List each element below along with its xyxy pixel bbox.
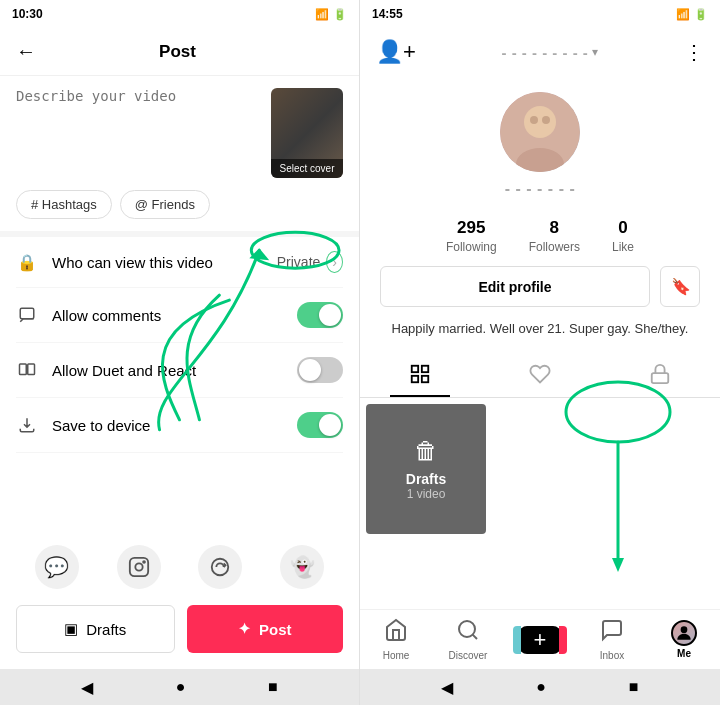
- svg-rect-3: [129, 558, 147, 576]
- share-instagram-icon[interactable]: [117, 545, 161, 589]
- recents-sys-right-icon[interactable]: ■: [629, 678, 639, 696]
- svg-rect-2: [28, 364, 35, 375]
- friends-button[interactable]: @ Friends: [120, 190, 210, 219]
- svg-point-19: [459, 621, 475, 637]
- drafts-button[interactable]: ▣ Drafts: [16, 605, 175, 653]
- content-tabs: [360, 351, 720, 398]
- svg-rect-14: [412, 365, 418, 371]
- nav-me[interactable]: Me: [648, 620, 720, 659]
- home-sys-icon[interactable]: ●: [176, 678, 186, 696]
- stat-followers: 8 Followers: [529, 218, 580, 254]
- svg-point-13: [542, 116, 550, 124]
- svg-rect-16: [412, 375, 418, 381]
- home-icon: [384, 618, 408, 648]
- select-cover-button[interactable]: Select cover: [271, 159, 343, 178]
- profile-name-bar: - - - - - - - - - ▾: [502, 44, 599, 61]
- comment-icon: [16, 304, 38, 326]
- content-grid: 🗑 Drafts 1 video: [360, 398, 720, 610]
- svg-point-5: [143, 561, 145, 563]
- time-right: 14:55: [372, 7, 403, 21]
- more-options-button[interactable]: ⋮: [684, 40, 704, 64]
- tab-liked[interactable]: [480, 351, 600, 397]
- settings-item-save: Save to device: [16, 398, 343, 453]
- stat-likes: 0 Like: [612, 218, 634, 254]
- save-icon: [16, 414, 38, 436]
- home-sys-right-icon[interactable]: ●: [536, 678, 546, 696]
- drafts-icon: ▣: [64, 620, 78, 638]
- allow-comments-toggle[interactable]: [297, 302, 343, 328]
- settings-item-view[interactable]: 🔒 Who can view this video Private ›: [16, 237, 343, 288]
- svg-point-20: [681, 626, 688, 633]
- drafts-card-label: Drafts: [406, 471, 446, 487]
- bottom-buttons: ▣ Drafts ✦ Post: [16, 605, 343, 653]
- video-section: Select cover: [0, 76, 359, 190]
- svg-point-10: [524, 106, 556, 138]
- system-nav-left: ◀ ● ■: [0, 669, 359, 705]
- tab-grid[interactable]: [360, 351, 480, 397]
- add-friend-button[interactable]: 👤+: [376, 39, 416, 65]
- status-icons-right: 📶 🔋: [676, 8, 708, 21]
- dropdown-icon[interactable]: ▾: [592, 45, 598, 59]
- recents-sys-icon[interactable]: ■: [268, 678, 278, 696]
- settings-label-save: Save to device: [52, 417, 297, 434]
- stat-following: 295 Following: [446, 218, 497, 254]
- profile-username-main: - - - - - - -: [505, 180, 575, 198]
- nav-home[interactable]: Home: [360, 618, 432, 661]
- nav-create[interactable]: +: [504, 626, 576, 654]
- back-sys-right-icon[interactable]: ◀: [441, 678, 453, 697]
- following-count: 295: [457, 218, 485, 238]
- trash-icon: 🗑: [414, 437, 438, 465]
- create-button[interactable]: +: [519, 626, 561, 654]
- svg-rect-0: [20, 308, 34, 319]
- share-message-icon[interactable]: 💬: [35, 545, 79, 589]
- status-bar-left: 10:30 📶 🔋: [0, 0, 359, 28]
- back-sys-icon[interactable]: ◀: [81, 678, 93, 697]
- left-panel: 10:30 📶 🔋 ← Post Select cover # Hashtags…: [0, 0, 360, 705]
- post-label: Post: [259, 621, 292, 638]
- stats-row: 295 Following 8 Followers 0 Like: [360, 206, 720, 266]
- right-panel: 14:55 📶 🔋 👤+ - - - - - - - - - ▾ ⋮ - - -…: [360, 0, 720, 705]
- drafts-card[interactable]: 🗑 Drafts 1 video: [366, 404, 486, 534]
- svg-point-12: [530, 116, 538, 124]
- bottom-share: 💬 👻 ▣ Drafts: [0, 517, 359, 669]
- likes-label: Like: [612, 240, 634, 254]
- me-avatar: [671, 620, 697, 646]
- profile-username-top: - - - - - - - - -: [502, 44, 589, 61]
- tags-row: # Hashtags @ Friends: [0, 190, 359, 231]
- me-label: Me: [677, 648, 691, 659]
- profile-top-bar: 👤+ - - - - - - - - - ▾ ⋮: [360, 28, 720, 76]
- settings-label-comments: Allow comments: [52, 307, 297, 324]
- tab-private[interactable]: [600, 351, 720, 397]
- bookmark-button[interactable]: 🔖: [660, 266, 700, 307]
- settings-list: 🔒 Who can view this video Private › Allo…: [0, 237, 359, 453]
- post-button[interactable]: ✦ Post: [187, 605, 344, 653]
- hashtags-button[interactable]: # Hashtags: [16, 190, 112, 219]
- save-device-toggle[interactable]: [297, 412, 343, 438]
- action-row: Edit profile 🔖: [360, 266, 720, 319]
- wifi-icon: 📶: [676, 8, 690, 21]
- sparkle-icon: ✦: [238, 620, 251, 638]
- system-nav-right: ◀ ● ■: [360, 669, 720, 705]
- battery-icon: 🔋: [333, 8, 347, 21]
- followers-count: 8: [550, 218, 559, 238]
- edit-profile-button[interactable]: Edit profile: [380, 266, 650, 307]
- allow-duet-toggle[interactable]: [297, 357, 343, 383]
- svg-rect-18: [652, 373, 669, 383]
- nav-discover[interactable]: Discover: [432, 618, 504, 661]
- bottom-nav: Home Discover + Inbox: [360, 609, 720, 669]
- video-description-input[interactable]: [16, 88, 259, 148]
- toggle-knob-comments: [319, 304, 341, 326]
- share-snapchat-icon[interactable]: 👻: [280, 545, 324, 589]
- nav-inbox[interactable]: Inbox: [576, 618, 648, 661]
- likes-count: 0: [618, 218, 627, 238]
- video-thumbnail[interactable]: Select cover: [271, 88, 343, 178]
- time-left: 10:30: [12, 7, 43, 21]
- back-button[interactable]: ←: [16, 40, 36, 63]
- page-title-left: Post: [36, 42, 319, 62]
- toggle-knob-duet: [299, 359, 321, 381]
- settings-label-duet: Allow Duet and React: [52, 362, 297, 379]
- share-repost-icon[interactable]: [198, 545, 242, 589]
- inbox-label: Inbox: [600, 650, 624, 661]
- drafts-label: Drafts: [86, 621, 126, 638]
- svg-point-4: [135, 563, 142, 570]
